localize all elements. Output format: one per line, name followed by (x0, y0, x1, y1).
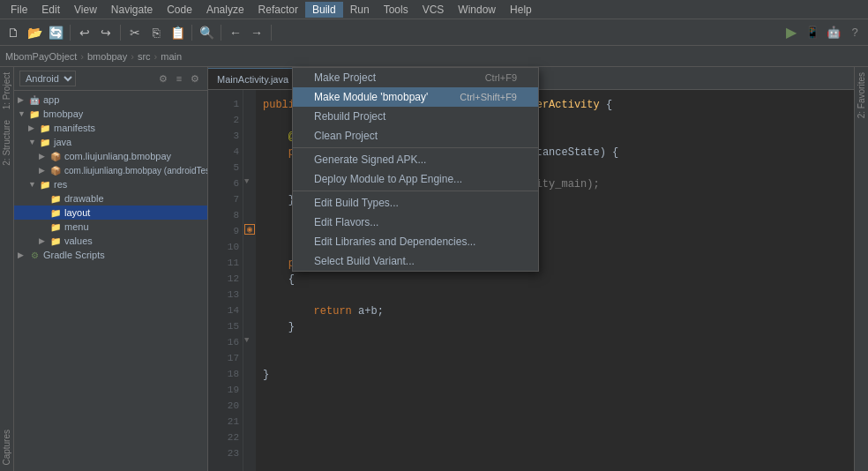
breakpoint-9[interactable]: ◉ (244, 224, 255, 235)
menu-help[interactable]: Help (503, 2, 539, 18)
menu-item-rebuild-label: Rebuild Project (314, 110, 385, 123)
menu-file[interactable]: File (4, 2, 34, 18)
menu-tools[interactable]: Tools (377, 2, 415, 18)
toolbar-run[interactable]: ▶ (782, 23, 801, 42)
code-gutter: ▼ ◉ ▼ (243, 90, 256, 471)
breadcrumb-bar: MbomPayObject › bmobpay › src › main (0, 46, 868, 67)
left-tab-structure[interactable]: 2: Structure (0, 115, 13, 171)
menu-item-rebuild[interactable]: Rebuild Project (293, 107, 538, 126)
tree-arrow-java: ▼ (28, 138, 39, 146)
toolbar-cut[interactable]: ✂ (125, 23, 145, 42)
breadcrumb-module[interactable]: bmobpay (87, 51, 127, 62)
right-tab-favorites[interactable]: 2: Favorites (855, 67, 868, 123)
menu-view[interactable]: View (67, 2, 104, 18)
left-tab-project[interactable]: 1: Project (0, 67, 13, 115)
tree-arrow-pkg1: ▶ (39, 152, 49, 161)
sidebar-tree: ▶ 🤖 app ▼ 📁 bmobpay ▶ 📁 manifests ▼ (14, 91, 207, 471)
menu-item-build-variant[interactable]: Select Build Variant... (293, 251, 538, 271)
tab-mainactivity-label: MainActivity.java (217, 74, 288, 85)
menu-window[interactable]: Window (451, 2, 503, 18)
tree-item-drawable[interactable]: ▶ 📁 drawable (14, 191, 207, 206)
menu-item-make-project[interactable]: Make Project Ctrl+F9 (293, 68, 538, 87)
breadcrumb-project[interactable]: MbomPayObject (5, 51, 77, 62)
tree-item-gradle[interactable]: ▶ ⚙ Gradle Scripts (14, 248, 207, 262)
tree-arrow-manifests: ▶ (28, 123, 39, 132)
menu-item-make-module[interactable]: Make Module 'bmobpay' Ctrl+Shift+F9 (293, 87, 538, 107)
tree-item-bmobpay[interactable]: ▼ 📁 bmobpay (14, 107, 207, 121)
menu-bar: File Edit View Navigate Code Analyze Ref… (0, 0, 868, 19)
menu-item-flavors-label: Edit Flavors... (314, 216, 378, 228)
tree-icon-java: 📁 (39, 136, 51, 148)
menu-edit[interactable]: Edit (34, 2, 67, 18)
tree-label-res: res (54, 179, 67, 190)
toolbar-device[interactable]: 📱 (803, 23, 822, 42)
breadcrumb-main-label: main (161, 51, 182, 62)
tree-arrow-gradle: ▶ (18, 250, 28, 259)
toolbar-sep3 (191, 25, 192, 41)
tree-icon-bmobpay: 📁 (28, 108, 41, 120)
tree-item-pkg2[interactable]: ▶ 📦 com.liujunliang.bmobpay (androidTest… (14, 163, 207, 177)
menu-build[interactable]: Build (305, 2, 343, 18)
sidebar-view-select[interactable]: Android (19, 71, 76, 86)
tree-item-menu[interactable]: ▶ 📁 menu (14, 220, 207, 234)
toolbar-find[interactable]: 🔍 (197, 23, 216, 42)
fold-16[interactable]: ▼ (244, 335, 249, 348)
menu-item-clean[interactable]: Clean Project (293, 126, 538, 146)
tree-item-java[interactable]: ▼ 📁 java (14, 135, 207, 149)
menu-item-make-module-shortcut: Ctrl+Shift+F9 (460, 92, 517, 102)
menu-run[interactable]: Run (343, 2, 377, 18)
tree-item-values[interactable]: ▶ 📁 values (14, 234, 207, 248)
tree-icon-gradle: ⚙ (28, 249, 41, 261)
toolbar-paste[interactable]: 📋 (168, 23, 187, 42)
sidebar-gear-btn[interactable]: ⚙ (188, 71, 202, 86)
left-tab-captures[interactable]: Captures (0, 424, 13, 471)
toolbar-help[interactable]: ? (845, 23, 864, 42)
tree-arrow-bmobpay: ▼ (18, 109, 28, 118)
tree-label-pkg1: com.liujunliang.bmobpay (64, 151, 171, 161)
breadcrumb-main[interactable]: main (161, 51, 182, 62)
tree-item-app[interactable]: ▶ 🤖 app (14, 93, 207, 107)
menu-item-flavors[interactable]: Edit Flavors... (293, 213, 538, 232)
menu-refactor[interactable]: Refactor (251, 2, 305, 18)
toolbar-android[interactable]: 🤖 (824, 23, 843, 42)
tree-arrow-res: ▼ (28, 180, 39, 189)
toolbar-forward[interactable]: → (247, 23, 266, 42)
sidebar-header-left: Android (19, 71, 76, 86)
right-side-tabs: 2: Favorites (854, 67, 868, 471)
tree-item-manifests[interactable]: ▶ 📁 manifests (14, 121, 207, 135)
tree-icon-app: 🤖 (28, 93, 41, 106)
toolbar-copy[interactable]: ⎘ (146, 23, 166, 42)
menu-analyze[interactable]: Analyze (199, 2, 251, 18)
menu-item-signed-apk[interactable]: Generate Signed APK... (293, 150, 538, 169)
menu-vcs[interactable]: VCS (415, 2, 452, 18)
menu-sep2 (293, 191, 538, 191)
toolbar-sep5 (271, 25, 272, 41)
menu-item-libraries[interactable]: Edit Libraries and Dependencies... (293, 232, 538, 251)
breadcrumb-src[interactable]: src (138, 51, 151, 62)
toolbar-undo[interactable]: ↩ (75, 23, 94, 42)
sidebar-header: Android ⚙ ≡ ⚙ (14, 67, 207, 91)
tree-label-bmobpay: bmobpay (43, 108, 83, 119)
toolbar-back[interactable]: ← (226, 23, 245, 42)
sidebar-settings-btn[interactable]: ≡ (172, 71, 186, 86)
tree-item-res[interactable]: ▼ 📁 res (14, 177, 207, 191)
menu-item-build-variant-label: Select Build Variant... (314, 255, 415, 267)
menu-item-build-types[interactable]: Edit Build Types... (293, 193, 538, 213)
sidebar-sync-btn[interactable]: ⚙ (156, 71, 170, 86)
tree-label-gradle: Gradle Scripts (43, 250, 105, 260)
tree-label-java: java (54, 137, 71, 147)
toolbar-open[interactable]: 📂 (25, 23, 44, 42)
toolbar-new[interactable]: 🗋 (4, 23, 23, 42)
menu-navigate[interactable]: Navigate (104, 2, 160, 18)
menu-code[interactable]: Code (160, 2, 199, 18)
toolbar-sync[interactable]: 🔄 (46, 23, 65, 42)
tree-label-menu: menu (64, 221, 89, 232)
toolbar-redo[interactable]: ↪ (96, 23, 116, 42)
fold-6[interactable]: ▼ (244, 176, 249, 189)
menu-item-deploy[interactable]: Deploy Module to App Engine... (293, 169, 538, 189)
tree-icon-pkg2: 📦 (49, 164, 62, 176)
breadcrumb-sep2: › (131, 51, 134, 62)
tree-icon-res: 📁 (39, 178, 51, 191)
tree-item-layout[interactable]: ▶ 📁 layout (14, 206, 207, 220)
tree-item-pkg1[interactable]: ▶ 📦 com.liujunliang.bmobpay (14, 149, 207, 163)
